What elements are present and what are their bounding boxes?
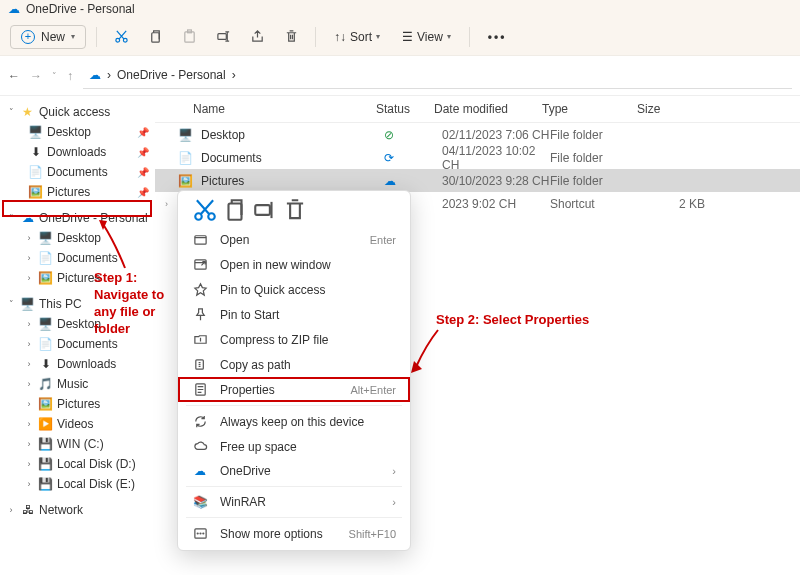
rename-icon[interactable]	[209, 23, 237, 51]
cloud-icon: ☁	[89, 68, 101, 82]
cut-icon[interactable]	[107, 23, 135, 51]
share-icon[interactable]	[243, 23, 271, 51]
ctx-show-more[interactable]: Show more options Shift+F10	[178, 521, 410, 546]
chevron-right-icon[interactable]: ›	[24, 419, 34, 429]
chevron-right-icon[interactable]: ›	[24, 253, 34, 263]
table-row[interactable]: 🖼️Pictures☁30/10/2023 9:28 CHFile folder	[155, 169, 800, 192]
cell-size: 2 KB	[645, 197, 705, 211]
breadcrumb-path[interactable]: OneDrive - Personal	[117, 68, 226, 82]
sort-icon: ↑↓	[334, 30, 346, 44]
sidebar-item-label: Desktop	[57, 231, 101, 245]
cell-date: 02/11/2023 7:06 CH	[442, 128, 550, 142]
sidebar-item[interactable]: ›🖼️Pictures	[0, 394, 155, 414]
breadcrumb[interactable]: ☁ › OneDrive - Personal ›	[83, 63, 792, 89]
folder-icon: 💾	[38, 437, 53, 451]
sidebar-item[interactable]: ⬇Downloads📌	[0, 142, 155, 162]
ctx-open[interactable]: Open Enter	[178, 227, 410, 252]
sidebar-item-label: Documents	[47, 165, 108, 179]
sidebar-item[interactable]: ›💾Local Disk (D:)	[0, 454, 155, 474]
ctx-winrar[interactable]: 📚 WinRAR ›	[178, 490, 410, 514]
svg-point-16	[200, 533, 201, 534]
ctx-properties[interactable]: Properties Alt+Enter	[178, 377, 410, 402]
copy-icon[interactable]	[222, 199, 248, 221]
sidebar-item[interactable]: 📄Documents📌	[0, 162, 155, 182]
ctx-onedrive[interactable]: ☁ OneDrive ›	[178, 459, 410, 483]
chevron-down-icon[interactable]: ˅	[6, 107, 16, 117]
back-button[interactable]: ←	[8, 69, 20, 83]
chevron-right-icon[interactable]: ›	[24, 339, 34, 349]
chevron-right-icon[interactable]: ›	[24, 233, 34, 243]
svg-point-17	[202, 533, 203, 534]
sidebar-item[interactable]: 🖥️Desktop📌	[0, 122, 155, 142]
ctx-pin-start[interactable]: Pin to Start	[178, 302, 410, 327]
col-size[interactable]: Size	[637, 102, 697, 116]
chevron-right-icon[interactable]: ›	[24, 479, 34, 489]
new-button[interactable]: + New ▾	[10, 25, 86, 49]
cell-name: Documents	[201, 151, 384, 165]
col-name[interactable]: Name	[193, 102, 376, 116]
delete-icon[interactable]	[282, 199, 308, 221]
rename-icon[interactable]	[252, 199, 278, 221]
cell-type: File folder	[550, 128, 645, 142]
up-button[interactable]: ↑	[67, 69, 73, 83]
chevron-right-icon: ›	[392, 496, 396, 508]
chevron-right-icon[interactable]: ›	[24, 319, 34, 329]
chevron-right-icon[interactable]: ›	[24, 399, 34, 409]
sidebar-quick-access[interactable]: ˅ ★ Quick access	[0, 102, 155, 122]
ctx-label: Show more options	[220, 527, 323, 541]
sidebar-item[interactable]: ›💾Local Disk (E:)	[0, 474, 155, 494]
cut-icon[interactable]	[192, 199, 218, 221]
more-button[interactable]: •••	[480, 26, 515, 48]
window-title: OneDrive - Personal	[26, 2, 135, 16]
expander-icon[interactable]: ›	[165, 199, 177, 209]
sidebar-item[interactable]: ›▶️Videos	[0, 414, 155, 434]
chevron-down-icon: ▾	[376, 32, 380, 41]
ctx-pin-quick-access[interactable]: Pin to Quick access	[178, 277, 410, 302]
sidebar-item[interactable]: ›🎵Music	[0, 374, 155, 394]
separator	[469, 27, 470, 47]
context-toolbar	[178, 195, 410, 227]
separator	[96, 27, 97, 47]
annotation-step1: Step 1: Navigate to any file or folder	[94, 270, 174, 338]
col-status[interactable]: Status	[376, 102, 434, 116]
svg-point-0	[115, 38, 119, 42]
chevron-right-icon: ›	[107, 68, 111, 82]
table-row[interactable]: 📄Documents⟳04/11/2023 10:02 CHFile folde…	[155, 146, 800, 169]
ctx-free-up-space[interactable]: Free up space	[178, 434, 410, 459]
delete-icon[interactable]	[277, 23, 305, 51]
ctx-copy-path[interactable]: Copy as path	[178, 352, 410, 377]
forward-button[interactable]: →	[30, 69, 42, 83]
ctx-open-new-window[interactable]: Open in new window	[178, 252, 410, 277]
sidebar-item[interactable]: ›⬇Downloads	[0, 354, 155, 374]
col-date[interactable]: Date modified	[434, 102, 542, 116]
sidebar-item[interactable]: ›🖥️Desktop	[0, 228, 155, 248]
sidebar-item[interactable]: 🖼️Pictures📌	[0, 182, 155, 202]
cell-type: File folder	[550, 151, 645, 165]
ctx-compress-zip[interactable]: Compress to ZIP file	[178, 327, 410, 352]
chevron-right-icon: ›	[232, 68, 236, 82]
sidebar-network[interactable]: › 🖧 Network	[0, 500, 155, 520]
copy-icon[interactable]	[141, 23, 169, 51]
pin-icon: 📌	[137, 187, 149, 198]
folder-icon: 📄	[38, 251, 53, 265]
sort-button[interactable]: ↑↓ Sort ▾	[326, 26, 388, 48]
sidebar-item[interactable]: ›📄Documents	[0, 248, 155, 268]
cell-type: File folder	[550, 174, 645, 188]
sidebar-item[interactable]: ›💾WIN (C:)	[0, 434, 155, 454]
sidebar-item-label: Network	[39, 503, 83, 517]
chevron-right-icon[interactable]: ›	[6, 505, 16, 515]
paste-icon[interactable]	[175, 23, 203, 51]
chevron-right-icon[interactable]: ›	[24, 459, 34, 469]
folder-icon: 🖥️	[28, 125, 43, 139]
chevron-right-icon[interactable]: ›	[24, 359, 34, 369]
svg-rect-9	[255, 205, 270, 215]
chevron-down-icon[interactable]: ˅	[52, 71, 57, 81]
chevron-right-icon[interactable]: ›	[24, 439, 34, 449]
ctx-always-keep[interactable]: Always keep on this device	[178, 409, 410, 434]
chevron-right-icon[interactable]: ›	[24, 273, 34, 283]
chevron-down-icon[interactable]: ˅	[6, 299, 16, 309]
view-button[interactable]: ☰ View ▾	[394, 26, 459, 48]
copy-path-icon	[192, 357, 208, 372]
col-type[interactable]: Type	[542, 102, 637, 116]
chevron-right-icon[interactable]: ›	[24, 379, 34, 389]
